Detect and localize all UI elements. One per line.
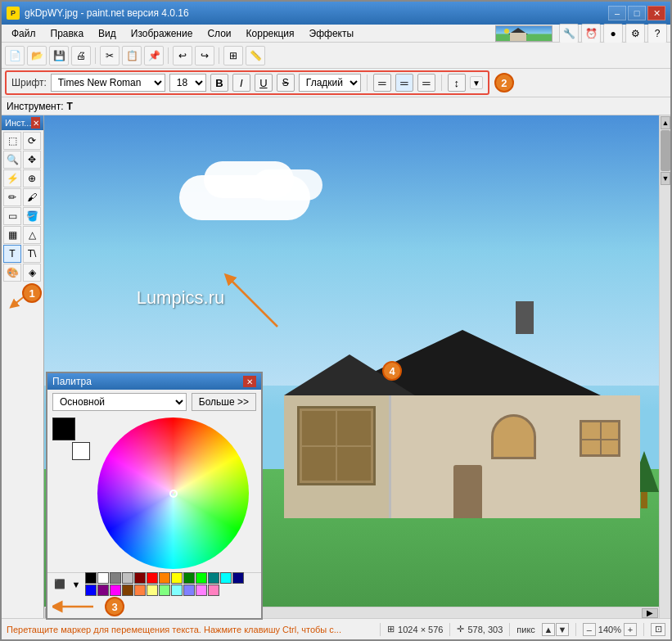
grid-btn[interactable]: ⊞: [223, 46, 243, 65]
font-size-select[interactable]: 18: [169, 74, 206, 92]
palette-close-button[interactable]: ✕: [243, 376, 256, 387]
vertical-scrollbar[interactable]: ▲ ▼: [659, 115, 670, 618]
align-center-button[interactable]: ═: [395, 74, 413, 92]
tool-magic-wand[interactable]: ⚡: [3, 169, 21, 187]
italic-button[interactable]: I: [232, 74, 250, 92]
swatch-purple[interactable]: [97, 585, 109, 596]
font-family-select[interactable]: Times New Roman: [51, 74, 165, 92]
swatch-magenta[interactable]: [110, 585, 121, 596]
tool-icon-4[interactable]: ⚙: [625, 24, 645, 43]
tool-pencil[interactable]: ✏: [3, 188, 21, 206]
bold-button[interactable]: B: [210, 74, 228, 92]
swatch-pink[interactable]: [208, 585, 219, 596]
tool-shapes[interactable]: △: [23, 226, 41, 244]
tool-clone[interactable]: ⊕: [23, 169, 41, 187]
help-button[interactable]: ?: [647, 24, 667, 43]
tool-select-lasso[interactable]: ⟳: [23, 132, 41, 150]
swatch-silver[interactable]: [122, 572, 133, 584]
smooth-select[interactable]: Гладкий: [299, 74, 361, 92]
swatch-gray[interactable]: [110, 572, 121, 584]
swatch-light-cyan[interactable]: [171, 585, 183, 596]
swatch-red[interactable]: [147, 572, 158, 584]
swatch-black[interactable]: [85, 572, 97, 584]
tool-brush[interactable]: 🖌: [23, 188, 41, 206]
tool-text-warp[interactable]: T\: [23, 245, 41, 263]
maximize-button[interactable]: □: [628, 6, 646, 20]
swatch-light-yellow[interactable]: [147, 585, 158, 596]
unit-up[interactable]: ▲: [542, 623, 555, 636]
scroll-up-btn[interactable]: ▲: [661, 116, 670, 129]
color-wheel-cursor[interactable]: [169, 490, 178, 498]
swatch-cyan[interactable]: [220, 572, 232, 584]
menu-correction[interactable]: Коррекция: [240, 26, 301, 41]
underline-button[interactable]: U: [255, 74, 273, 92]
open-btn[interactable]: 📂: [27, 46, 47, 65]
tool-icon-1[interactable]: 🔧: [559, 24, 579, 43]
tool-eraser[interactable]: ▭: [3, 207, 21, 225]
tool-icon-3[interactable]: ●: [603, 24, 623, 43]
swatch-green[interactable]: [196, 572, 207, 584]
align-left-button[interactable]: ═: [373, 74, 391, 92]
menu-image[interactable]: Изображение: [124, 26, 200, 41]
color-mode-toggle[interactable]: ⬛: [52, 577, 67, 592]
menu-view[interactable]: Вид: [92, 26, 123, 41]
unit-down[interactable]: ▼: [556, 623, 569, 636]
spacing-button[interactable]: ↕: [448, 74, 466, 92]
swatch-green-dark[interactable]: [183, 572, 195, 584]
color-dropdown[interactable]: ▼: [69, 577, 83, 592]
tool-paint-bucket[interactable]: 🪣: [23, 207, 41, 225]
swatch-light-magenta[interactable]: [196, 585, 207, 596]
redo-btn[interactable]: ↪: [195, 46, 214, 65]
undo-btn[interactable]: ↩: [173, 46, 192, 65]
copy-btn[interactable]: 📋: [122, 46, 142, 65]
close-button[interactable]: ✕: [647, 6, 665, 20]
foreground-swatch[interactable]: [52, 418, 75, 440]
tool-text[interactable]: T: [3, 245, 21, 263]
swatch-white[interactable]: [97, 572, 109, 584]
swatch-light-green[interactable]: [159, 585, 170, 596]
zoom-fit-button[interactable]: ⊡: [651, 623, 665, 636]
title-bar: P gkDpWY.jpg - paint.net версия 4.0.16 –…: [2, 2, 670, 25]
v-scrollbar-thumb[interactable]: [661, 130, 670, 171]
print-btn[interactable]: 🖨: [71, 46, 91, 65]
tool-gradient[interactable]: ▦: [3, 226, 21, 244]
swatch-maroon[interactable]: [134, 572, 146, 584]
palette-mode-select[interactable]: Основной: [52, 393, 187, 411]
align-right-button[interactable]: ═: [417, 74, 435, 92]
scroll-down-btn[interactable]: ▼: [661, 172, 670, 185]
tool-icon-2[interactable]: ⏰: [581, 24, 601, 43]
background-swatch[interactable]: [72, 442, 90, 460]
menu-layers[interactable]: Слои: [201, 26, 237, 41]
menu-file[interactable]: Файл: [5, 26, 43, 41]
swatch-brown[interactable]: [122, 585, 133, 596]
ruler-btn[interactable]: 📏: [246, 46, 265, 65]
swatch-salmon[interactable]: [134, 585, 146, 596]
tool-move[interactable]: ✥: [23, 151, 41, 169]
swatch-navy[interactable]: [232, 572, 244, 584]
tool-clone2[interactable]: ◈: [23, 264, 41, 282]
new-btn[interactable]: 📄: [5, 46, 25, 65]
swatch-light-blue[interactable]: [183, 585, 195, 596]
swatch-orange[interactable]: [159, 572, 170, 584]
menu-effects[interactable]: Эффекты: [303, 26, 361, 41]
more-options-btn[interactable]: ▼: [470, 76, 483, 89]
tools-close-button[interactable]: ✕: [31, 117, 40, 129]
paste-btn[interactable]: 📌: [144, 46, 164, 65]
strikethrough-button[interactable]: S: [277, 74, 295, 92]
color-wheel[interactable]: [97, 418, 249, 569]
tool-select-rect[interactable]: ⬚: [3, 132, 21, 150]
cut-btn[interactable]: ✂: [100, 46, 120, 65]
tool-recolor[interactable]: 🎨: [3, 264, 21, 282]
tool-zoom[interactable]: 🔍: [3, 151, 21, 169]
menu-edit[interactable]: Правка: [44, 26, 91, 41]
scroll-right-btn[interactable]: ▶: [642, 608, 658, 618]
minimize-button[interactable]: –: [608, 6, 626, 20]
zoom-out-button[interactable]: –: [583, 623, 596, 636]
swatch-teal[interactable]: [208, 572, 219, 584]
zoom-in-button[interactable]: +: [624, 623, 637, 636]
palette-more-button[interactable]: Больше >>: [192, 393, 256, 411]
main-toolbar: 📄 📂 💾 🖨 ✂ 📋 📌 ↩ ↪ ⊞ 📏: [2, 43, 670, 69]
swatch-yellow[interactable]: [171, 572, 183, 584]
swatch-blue[interactable]: [85, 585, 97, 596]
save-btn[interactable]: 💾: [49, 46, 69, 65]
